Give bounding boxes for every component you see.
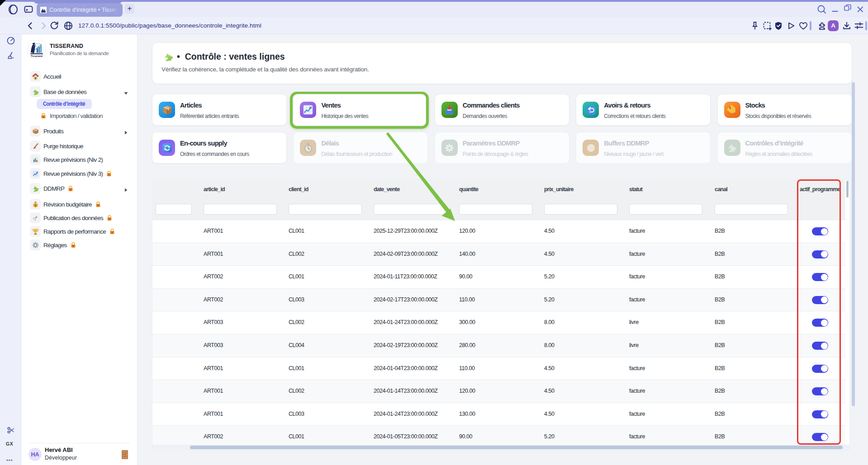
svg-text:$: $	[34, 203, 36, 207]
svg-text:Tisserand: Tisserand	[31, 55, 43, 57]
